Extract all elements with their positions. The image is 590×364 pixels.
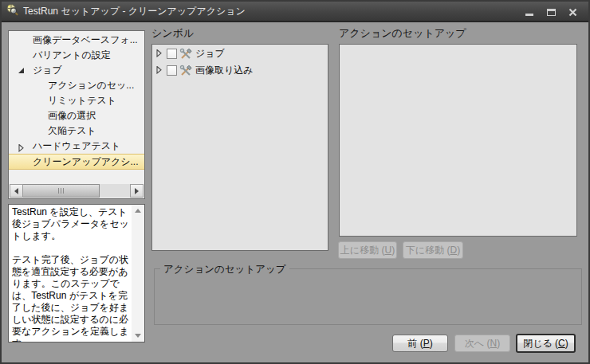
maximize-icon — [547, 9, 556, 16]
next-label-end: ) — [497, 338, 500, 349]
close-label: 閉じる ( — [523, 338, 558, 349]
move-up-mnemonic: U — [384, 245, 391, 256]
scroll-down-icon[interactable] — [135, 334, 141, 338]
description-text: TestRun を設定し、テスト後ジョブパラメータをセットします。 テスト完了後… — [9, 205, 132, 342]
nav-horizontal-scrollbar[interactable] — [10, 184, 144, 198]
actions-list[interactable] — [339, 44, 577, 237]
collapsed-arrow-icon[interactable] — [156, 49, 162, 60]
move-down-label-end: ) — [457, 245, 460, 256]
testrun-setup-window: TestRun セットアップ - クリーンアップアクション 画像データベースフォ… — [0, 0, 590, 364]
next-label: 次へ ( — [465, 338, 490, 349]
scrollbar-thumb[interactable] — [23, 184, 100, 198]
collapsed-arrow-icon[interactable] — [156, 65, 162, 76]
description-paragraph: TestRun を設定し、テスト後ジョブパラメータをセットします。 — [12, 206, 130, 242]
nav-item-label: 欠陥テスト — [48, 124, 96, 138]
groupbox-label: アクションのセットアップ — [160, 263, 289, 276]
testrun-app-icon — [6, 3, 18, 19]
arrow-right-icon — [135, 188, 139, 194]
nav-item-defect-test[interactable]: 欠陥テスト — [9, 123, 144, 139]
move-down-label: 下に移動 ( — [406, 245, 450, 256]
move-down-mnemonic: D — [450, 245, 457, 256]
minimize-icon — [525, 14, 533, 16]
tools-icon — [179, 65, 192, 77]
job-checkbox[interactable] — [167, 49, 177, 59]
nav-item-label: アクションのセッ... — [48, 79, 134, 92]
maximize-button[interactable] — [543, 5, 559, 19]
expanded-arrow-icon[interactable] — [18, 68, 24, 73]
nav-item-label: ハードウェアテスト — [33, 139, 120, 153]
image-import-checkbox[interactable] — [167, 65, 177, 76]
nav-item-variant-settings[interactable]: バリアントの設定 — [9, 48, 144, 63]
nav-item-cleanup-action[interactable]: クリーンアップアクシ... — [9, 154, 144, 170]
dialog-content: 画像データベースフォ... バリアントの設定 ジョブ アクションのセッ... リ… — [2, 24, 588, 362]
nav-item-job[interactable]: ジョブ — [9, 63, 144, 78]
scrollbar-track[interactable] — [100, 184, 130, 198]
move-up-button[interactable]: 上に移動 (U) — [338, 241, 397, 259]
window-title: TestRun セットアップ - クリーンアップアクション — [23, 5, 246, 18]
move-up-label-end: ) — [391, 245, 395, 256]
arrow-left-icon — [14, 188, 18, 194]
nav-item-label: リミットテスト — [48, 94, 116, 108]
prev-label-end: ) — [430, 338, 433, 349]
tools-icon — [179, 48, 192, 61]
symbol-item-label: 画像取り込み — [195, 64, 254, 77]
nav-item-label: クリーンアップアクシ... — [33, 155, 139, 169]
nav-tree[interactable]: 画像データベースフォ... バリアントの設定 ジョブ アクションのセッ... リ… — [8, 30, 145, 199]
close-button[interactable] — [564, 5, 580, 19]
window-controls — [521, 2, 580, 22]
move-up-label: 上に移動 ( — [340, 245, 385, 256]
close-mnemonic: C — [558, 338, 565, 349]
nav-item-image-selection[interactable]: 画像の選択 — [9, 108, 144, 123]
scrollbar-grip-icon — [57, 188, 65, 194]
description-vertical-scrollbar[interactable] — [132, 205, 144, 342]
action-setup-groupbox: アクションのセットアップ — [154, 268, 582, 325]
prev-button[interactable]: 前 (P) — [392, 335, 448, 352]
next-mnemonic: N — [490, 338, 497, 349]
close-dialog-button[interactable]: 閉じる (C) — [516, 334, 576, 353]
nav-item-action-setup[interactable]: アクションのセッ... — [9, 78, 144, 93]
symbol-item-image-import[interactable]: 画像取り込み — [152, 63, 328, 78]
nav-item-label: ジョブ — [33, 64, 62, 77]
symbol-item-job[interactable]: ジョブ — [152, 46, 328, 61]
nav-item-limit-test[interactable]: リミットテスト — [9, 93, 144, 108]
scroll-right-button[interactable] — [130, 184, 144, 198]
symbols-list[interactable]: ジョブ 画像取り込み — [151, 44, 328, 251]
titlebar[interactable]: TestRun セットアップ - クリーンアップアクション — [2, 2, 588, 22]
minimize-button[interactable] — [521, 5, 537, 19]
nav-item-label: 画像の選択 — [48, 109, 96, 123]
prev-label: 前 ( — [407, 338, 423, 349]
move-down-button[interactable]: 下に移動 (D) — [403, 241, 463, 259]
next-button[interactable]: 次へ (N) — [454, 335, 510, 352]
nav-item-label: バリアントの設定 — [33, 49, 111, 62]
nav-item-hardware-test[interactable]: ハードウェアテスト — [9, 139, 144, 154]
symbol-item-label: ジョブ — [195, 47, 225, 61]
symbols-label: シンボル — [151, 26, 194, 41]
nav-item-label: 画像データベースフォ... — [33, 33, 138, 47]
scroll-left-button[interactable] — [10, 184, 23, 198]
nav-item-image-database-folder[interactable]: 画像データベースフォ... — [9, 33, 144, 48]
scroll-up-icon[interactable] — [135, 209, 141, 213]
collapsed-arrow-icon[interactable] — [18, 143, 24, 154]
close-label-end: ) — [565, 338, 568, 349]
description-paragraph: テスト完了後、ジョブの状態を適宜設定する必要があります。このステップでは、Tes… — [12, 254, 130, 342]
close-icon — [568, 8, 577, 17]
prev-mnemonic: P — [423, 338, 430, 349]
actions-label: アクションのセットアップ — [339, 26, 466, 41]
description-box: TestRun を設定し、テスト後ジョブパラメータをセットします。 テスト完了後… — [8, 204, 145, 342]
